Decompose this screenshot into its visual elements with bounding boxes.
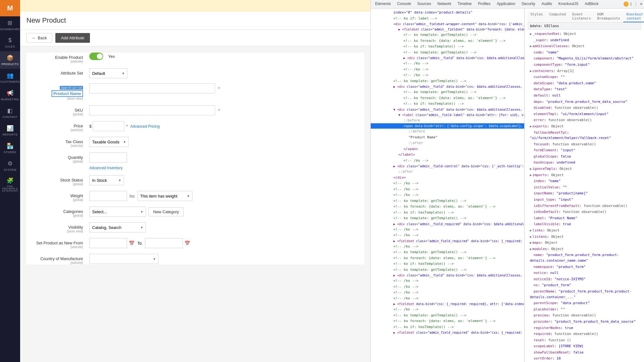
enable-product-label-col: Enable Product [website] bbox=[26, 53, 89, 63]
advanced-inventory-link[interactable]: Advanced Inventory bbox=[89, 166, 123, 170]
advanced-pricing-link[interactable]: Advanced Pricing bbox=[130, 124, 159, 129]
sidebar-item-label: SALES bbox=[5, 45, 15, 48]
sidebar-item-system[interactable]: ⚙ SYSTEM bbox=[0, 157, 20, 175]
sidebar-item-products[interactable]: 📦 PRODUCTS bbox=[0, 51, 20, 69]
ko-item: labelVisible: true bbox=[530, 221, 639, 227]
devtools-top-tabs: Elements Console Sources Network Timelin… bbox=[371, 0, 644, 8]
attribute-set-label: Attribute Set bbox=[60, 71, 83, 75]
new-to-date-input[interactable] bbox=[145, 238, 183, 248]
ko-item: deps: "product_form.product_form_data_so… bbox=[530, 99, 639, 105]
sidebar: M ⊞ DASHBOARD $ SALES 📦 PRODUCTS 👥 CUSTO… bbox=[0, 0, 20, 362]
sku-input[interactable] bbox=[89, 105, 215, 115]
new-category-button[interactable]: New Category bbox=[148, 207, 184, 216]
new-from-date-input[interactable] bbox=[89, 238, 127, 248]
html-line: <!-- /ko --> bbox=[371, 284, 524, 290]
sidebar-logo[interactable]: M bbox=[0, 0, 20, 16]
categories-select[interactable]: Select... bbox=[89, 207, 146, 217]
html-line: <!-- ko template: getTemplate() --> bbox=[371, 313, 524, 319]
html-line: </label> bbox=[371, 152, 524, 158]
sidebar-item-marketing[interactable]: 📢 MARKETING bbox=[0, 86, 20, 104]
devtools-tab-adblock[interactable]: AdBlock bbox=[582, 0, 602, 8]
html-line: <!-- /ko --> bbox=[371, 296, 524, 302]
back-button[interactable]: ← Back bbox=[26, 33, 52, 43]
enable-product-toggle[interactable] bbox=[89, 53, 103, 60]
ko-item: ▶maps: Object bbox=[530, 240, 639, 246]
tax-class-select[interactable]: None Taxable Goods bbox=[89, 137, 129, 147]
ko-item: ns: "product_form" bbox=[530, 282, 639, 288]
devtools-close-icon[interactable]: ✕ bbox=[640, 2, 643, 6]
stock-status-label: Stock Status bbox=[60, 178, 83, 182]
html-line: <!-- ko template: getTemplate() --> bbox=[371, 50, 524, 56]
sidebar-item-dashboard[interactable]: ⊞ DASHBOARD bbox=[0, 16, 20, 34]
visibility-label-col: Visibility [store view] bbox=[26, 222, 89, 233]
price-control: $ * Advanced Pricing bbox=[89, 121, 364, 131]
weight-input[interactable] bbox=[89, 191, 127, 201]
devtools-tab-console[interactable]: Console bbox=[394, 0, 414, 8]
visibility-select[interactable]: Not Visible Individually Catalog Search … bbox=[89, 222, 146, 232]
add-attribute-button[interactable]: Add Attribute bbox=[55, 33, 90, 43]
styles-tab-dom-breakpoints[interactable]: DOM Breakpoints bbox=[594, 11, 623, 22]
devtools-tab-sources[interactable]: Sources bbox=[414, 0, 434, 8]
sidebar-item-reports[interactable]: 📊 REPORTS bbox=[0, 122, 20, 139]
new-from-row: Set Product as New From [website] 📅 To 📅 bbox=[26, 238, 364, 249]
weight-control: lbs This item has weight This item has n… bbox=[89, 191, 364, 201]
devtools-tab-profiles[interactable]: Profiles bbox=[475, 0, 494, 8]
html-line: ▶ <fieldset class="admin_field_required"… bbox=[371, 330, 524, 335]
from-calendar-icon[interactable]: 📅 bbox=[129, 241, 134, 246]
page-header: New Product bbox=[20, 11, 370, 30]
weight-row: Weight [global] lbs This item has weight… bbox=[26, 191, 364, 202]
quantity-input[interactable] bbox=[89, 153, 127, 163]
page-title: New Product bbox=[26, 16, 66, 25]
stock-status-select[interactable]: In Stock Out of Stock bbox=[89, 175, 124, 185]
attribute-set-select[interactable]: Default Bag Bottom Downloadable Gear Top bbox=[89, 68, 127, 78]
categories-select-wrap: Select... ▼ bbox=[89, 207, 146, 217]
product-name-input[interactable] bbox=[89, 83, 215, 93]
html-line-selected[interactable]: <span data-bind="attr: {'data-config-sco… bbox=[371, 123, 524, 129]
warning-number: 1 bbox=[630, 2, 632, 6]
country-select[interactable] bbox=[89, 254, 158, 264]
ko-item: preview: function observable() bbox=[530, 312, 639, 319]
new-from-control: 📅 To 📅 bbox=[89, 238, 364, 248]
ko-item: ▶ignoreTmpls: Object bbox=[530, 166, 639, 172]
enable-product-scope: [website] bbox=[26, 60, 83, 63]
tax-class-scope: [website] bbox=[26, 144, 83, 148]
has-weight-select[interactable]: This item has weight This item has no we… bbox=[137, 191, 192, 201]
ko-item: placeholder: "" bbox=[530, 306, 639, 313]
sidebar-item-content[interactable]: ◧ CONTENT bbox=[0, 104, 20, 122]
ko-item: componentType: "form.input" bbox=[530, 62, 639, 68]
styles-panel: Styles Computed Event Listeners DOM Brea… bbox=[525, 8, 644, 362]
devtools-tab-timeline[interactable]: Timeline bbox=[454, 0, 475, 8]
sidebar-item-customers[interactable]: 👥 CUSTOMERS bbox=[0, 69, 20, 86]
devtools-dots-icon[interactable]: ⋮ bbox=[634, 2, 638, 6]
devtools-tab-network[interactable]: Network bbox=[434, 0, 454, 8]
country-label-col: Country of Manufacture [website] bbox=[26, 254, 89, 265]
devtools-tab-security[interactable]: Security bbox=[519, 0, 538, 8]
ko-item: ▶_requestedSet: Object bbox=[530, 31, 639, 37]
price-input[interactable] bbox=[93, 121, 124, 131]
styles-tab-styles[interactable]: Styles bbox=[527, 11, 546, 22]
sku-label: SKU bbox=[75, 108, 83, 113]
html-line: ▼ <div class="admin__field" data-bind="c… bbox=[371, 107, 524, 112]
html-line: ▶ <div class="admin__field" data-bind="c… bbox=[371, 55, 524, 61]
styles-tab-event-listeners[interactable]: Event Listeners bbox=[569, 11, 594, 22]
devtools-tab-knockoutjs[interactable]: KnockoutJS bbox=[555, 0, 581, 8]
html-line: <!-- ko if: label --> bbox=[371, 16, 524, 22]
devtools-tab-elements[interactable]: Elements bbox=[372, 0, 394, 8]
to-calendar-icon[interactable]: 📅 bbox=[185, 241, 190, 246]
ko-item: ▶modules: Object bbox=[530, 246, 639, 252]
ko-item: fallbackResetTpl: "ui/form/element/helpe… bbox=[530, 130, 639, 141]
ko-item: customScope: "" bbox=[530, 74, 639, 80]
sidebar-item-stores[interactable]: 🏪 STORES bbox=[0, 139, 20, 157]
styles-tab-computed[interactable]: Computed bbox=[546, 11, 569, 22]
stock-status-label-col: Stock Status [global] bbox=[26, 175, 89, 186]
styles-tab-knockout[interactable]: Knockout context bbox=[623, 11, 644, 22]
sidebar-item-extensions[interactable]: 🧩 FIND PARTNERS & EXTENSIONS bbox=[0, 175, 20, 194]
system-icon: ⚙ bbox=[8, 160, 13, 167]
sidebar-item-sales[interactable]: $ SALES bbox=[0, 34, 20, 51]
devtools-tab-application[interactable]: Application bbox=[494, 0, 519, 8]
notification-bar bbox=[20, 0, 370, 11]
ko-item: formElement: "input" bbox=[530, 147, 639, 153]
devtools-tab-audits[interactable]: Audits bbox=[538, 0, 555, 8]
quantity-row: Quantity [global] Advanced Inventory bbox=[26, 153, 364, 170]
html-line: ▶ <fieldset class="admin_field_required"… bbox=[371, 238, 524, 244]
